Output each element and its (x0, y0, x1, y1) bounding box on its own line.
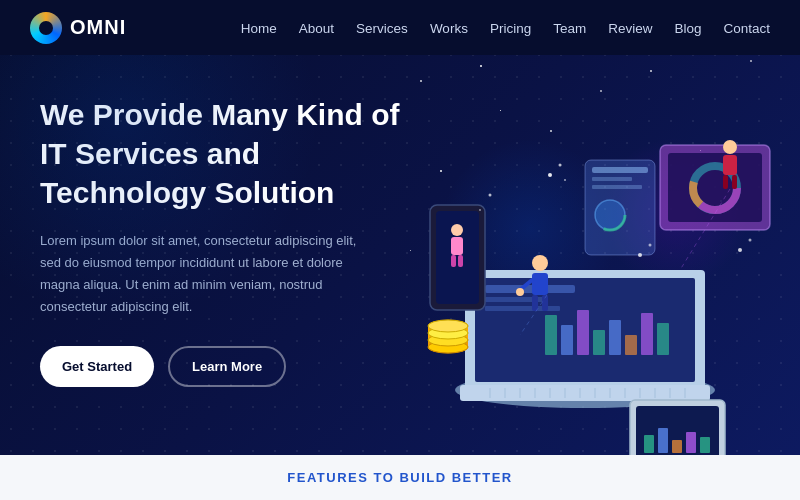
svg-point-77 (649, 244, 652, 247)
learn-more-button[interactable]: Learn More (168, 346, 286, 387)
svg-point-80 (738, 248, 742, 252)
nav-item-services: Services (356, 19, 408, 37)
svg-rect-59 (732, 175, 737, 189)
svg-rect-28 (657, 323, 669, 355)
svg-rect-52 (532, 295, 538, 311)
brand-name: OMNI (70, 16, 126, 39)
nav-item-works: Works (430, 19, 468, 37)
nav-link-contact[interactable]: Contact (723, 21, 770, 36)
svg-point-73 (548, 173, 552, 177)
svg-rect-57 (723, 155, 737, 175)
svg-point-81 (749, 239, 752, 242)
svg-rect-3 (460, 385, 710, 401)
svg-rect-22 (561, 325, 573, 355)
logo-inner-circle (39, 21, 53, 35)
nav-link-home[interactable]: Home (241, 21, 277, 36)
svg-rect-26 (625, 335, 637, 355)
svg-rect-25 (609, 320, 621, 355)
nav-link-about[interactable]: About (299, 21, 334, 36)
svg-point-75 (564, 179, 566, 181)
svg-point-74 (559, 164, 562, 167)
svg-rect-37 (451, 237, 463, 255)
svg-rect-27 (641, 313, 653, 355)
nav-link-pricing[interactable]: Pricing (490, 21, 531, 36)
hero-svg-illustration (390, 95, 780, 455)
svg-rect-20 (485, 306, 560, 311)
svg-rect-70 (592, 185, 642, 189)
nav-links: HomeAboutServicesWorksPricingTeamReviewB… (241, 19, 770, 37)
svg-rect-63 (658, 428, 668, 453)
svg-rect-66 (700, 437, 710, 453)
hero-buttons: Get Started Learn More (40, 346, 410, 387)
hero-description: Lorem ipsum dolor sit amet, consectetur … (40, 230, 360, 318)
hero-title: We Provide Many Kind of IT Services and … (40, 95, 410, 212)
svg-rect-18 (485, 285, 575, 293)
nav-item-about: About (299, 19, 334, 37)
svg-point-56 (723, 140, 737, 154)
svg-point-36 (451, 224, 463, 236)
logo[interactable]: OMNI (30, 12, 126, 44)
svg-rect-68 (592, 167, 648, 173)
svg-point-55 (516, 288, 524, 296)
hero-content: We Provide Many Kind of IT Services and … (40, 95, 410, 387)
svg-rect-23 (577, 310, 589, 355)
nav-link-team[interactable]: Team (553, 21, 586, 36)
svg-rect-38 (451, 255, 456, 267)
hero-illustration (410, 50, 780, 440)
svg-rect-24 (593, 330, 605, 355)
nav-item-contact: Contact (723, 19, 770, 37)
svg-point-76 (638, 253, 642, 257)
svg-point-49 (428, 320, 468, 332)
nav-item-blog: Blog (674, 19, 701, 37)
logo-icon (30, 12, 62, 44)
nav-link-blog[interactable]: Blog (674, 21, 701, 36)
navbar: OMNI HomeAboutServicesWorksPricingTeamRe… (0, 0, 800, 55)
svg-rect-51 (532, 273, 548, 295)
hero-section: We Provide Many Kind of IT Services and … (0, 0, 800, 455)
get-started-button[interactable]: Get Started (40, 346, 154, 387)
svg-rect-39 (458, 255, 463, 267)
svg-point-78 (489, 194, 492, 197)
svg-rect-65 (686, 432, 696, 453)
nav-item-team: Team (553, 19, 586, 37)
svg-rect-64 (672, 440, 682, 453)
nav-item-review: Review (608, 19, 652, 37)
svg-rect-69 (592, 177, 632, 181)
svg-rect-21 (545, 315, 557, 355)
nav-link-review[interactable]: Review (608, 21, 652, 36)
svg-rect-58 (723, 175, 728, 189)
nav-link-works[interactable]: Works (430, 21, 468, 36)
nav-item-pricing: Pricing (490, 19, 531, 37)
features-label: FEATURES TO BUILD BETTER (287, 470, 512, 485)
nav-link-services[interactable]: Services (356, 21, 408, 36)
svg-point-50 (532, 255, 548, 271)
svg-rect-62 (644, 435, 654, 453)
bottom-section: FEATURES TO BUILD BETTER (0, 455, 800, 500)
nav-item-home: Home (241, 19, 277, 37)
svg-point-79 (479, 209, 481, 211)
